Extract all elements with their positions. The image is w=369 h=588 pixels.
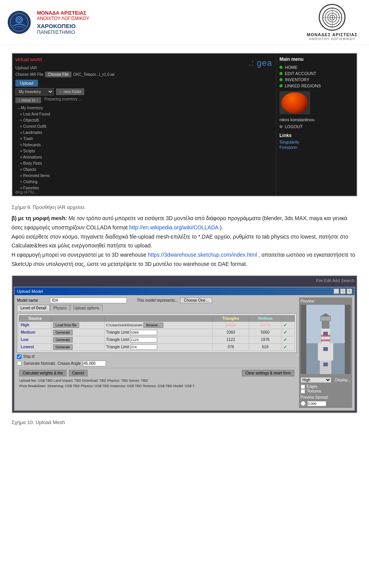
triangle-limit-med-input[interactable] [130,330,157,335]
tree-item: + Trash [15,136,273,142]
choose-file-button[interactable]: Choose File [45,72,71,77]
menu-item-edit-account[interactable]: EDIT ACCOUNT [279,71,354,76]
move-to-button[interactable]: ↓ move to ↑ [15,97,41,103]
harokopio-logo [8,11,31,34]
body-section: β) με τη μορφή mesh: Με τον τρόπο αυτό μ… [12,214,357,269]
tree-item: + ObjectsB [15,117,273,124]
org-name-mid: ΑΝΟΙΧΤΟΥ ΛΟΓΙΣΜΙΚΟΥ [37,16,89,21]
close-button[interactable]: × [347,289,352,294]
vw-left-panel: virtual world .: gea Upload IAR Choose I… [12,53,276,196]
generate-low-button[interactable]: Generate [53,337,73,342]
col-triangles: Triangles [213,315,249,321]
tab-lod[interactable]: Level of Detail [17,305,50,311]
triangle-limit-lowest-input[interactable] [130,344,157,350]
vw-title: virtual world [15,57,273,62]
window-controls: _ □ × [334,289,352,294]
bottom-bar: Calculate weights & fee Cancel Clear set… [17,368,297,378]
preview-panel: Preview: [299,297,352,408]
check-med: ✓ [281,329,294,336]
menu-item-linked-regions[interactable]: LINKED REGIONS [279,84,354,88]
crease-angle-label: Crease Angle [58,361,81,366]
triangles-lowest: 378 [213,343,249,351]
tree-item: » Received Items [15,173,273,179]
menu-item-home[interactable]: HOME [279,65,354,70]
vertices-low: 1976 [249,336,282,343]
file-row: Choose IAR File Choose File OKC_Telepor.… [15,72,273,77]
svg-rect-15 [322,320,329,329]
model-name-input[interactable] [50,297,127,303]
clear-settings-button[interactable]: Clear settings & reset form [242,370,294,376]
menu-label-inventory: INVENTORY [285,77,309,82]
warehouse-link[interactable]: https://3dwarehouse.sketchup.com/index.h… [148,252,257,258]
tree-item: » Notecards [15,142,273,148]
links-title: Links [279,133,354,138]
monad-title: ΜΟΝΑΔΕΣ ΑΡΙΣΤΕΙΑΣ [307,32,357,37]
load-from-file-button[interactable]: Load from file [53,322,80,328]
vertices-med: 5060 [249,329,282,336]
maximize-button[interactable]: □ [340,289,346,294]
upload-iar-row: Upload IAR [15,65,273,70]
col-file [105,315,213,321]
header-left: ΜΟΝΑΔΑ ΑΡΙΣΤΕΙΑΣ ΑΝΟΙΧΤΟΥ ΛΟΓΙΣΜΙΚΟΥ ΧΑΡ… [8,10,89,35]
display-group: High Display... Edges Textures Preview S… [301,376,351,406]
menu-dot-inventory [279,78,283,81]
textures-row: Textures [301,389,351,394]
window-title: Upload Model [17,289,43,294]
generate-medium-button[interactable]: Generate [53,330,73,335]
caption2: Σχήμα 10. Upload Mesh [12,419,357,425]
choose-one-button[interactable]: Choose One... [180,297,212,303]
tree-item: » Scripts [15,148,273,154]
shipit-checkbox[interactable] [17,354,22,359]
upload-button[interactable]: Upload [15,80,38,87]
gen-normals-checkbox[interactable] [17,361,22,366]
edges-checkbox[interactable] [301,384,305,389]
gea-label: .: gea [249,58,272,68]
calculate-fees-button[interactable]: Calculate weights & fee [19,370,66,376]
triangle-limit-low-input[interactable] [130,337,157,342]
menu-item-inventory[interactable]: INVENTORY [279,77,354,82]
collada-link[interactable]: http://en.wikipedia.org/wiki/COLLADA [129,224,218,231]
menu-label-linked-regions: LINKED REGIONS [285,84,321,88]
org-name-bot2: ΠΑΝΕΠΙΣΤΗΜΙΟ [37,29,89,35]
tree-item: » Objects [15,167,273,173]
menu-dot-linked-regions [279,84,283,87]
tree-item: » Landmarks [15,130,273,136]
price-row: Price Breakdown: Streaming: OS$ TBD Phys… [17,383,297,389]
spread-radio[interactable] [301,401,306,406]
svg-point-0 [10,13,28,32]
fee-row: Upload fee: OS$ TBD Land impact: TBD Dow… [17,378,297,383]
crease-angle-input[interactable] [83,361,106,366]
caption1: Σχήμα 9. Προσθήκη IAR αρχείου. [12,204,357,210]
link-firestorm[interactable]: Firestorm [279,145,354,150]
logout-label: LOGOUT [285,124,303,129]
browse-button[interactable]: Browse... [143,322,163,328]
tab-upload-options[interactable]: Upload options [70,305,103,311]
new-folder-button[interactable]: ← new folder [56,89,84,95]
generate-lowest-button[interactable]: Generate [53,344,73,350]
lod-table-container: Source Triangles Vertices High [17,313,297,353]
shipit-label: Ship it! [23,354,35,359]
textures-checkbox[interactable] [301,389,305,394]
triangles-low: 1122 [213,336,249,343]
quality-select[interactable]: High [301,377,331,383]
link-singularity[interactable]: Singularity [279,140,354,144]
fee-text: Upload fee: OS$ TBD Land impact: TBD Dow… [19,379,148,383]
header-right: ΜΟΝΑΔΕΣ ΑΡΙΣΤΕΙΑΣ ΑΝΟΙΧΤΟΥ ΛΟΓΙΣΜΙΚΟΥ [307,4,357,41]
logout-item[interactable]: LOGOUT [279,124,354,129]
monad-logo-block: ΜΟΝΑΔΕΣ ΑΡΙΣΤΕΙΑΣ ΑΝΟΙΧΤΟΥ ΛΟΓΙΣΜΙΚΟΥ [307,4,357,41]
cancel-button[interactable]: Cancel [69,370,88,376]
spread-input-row [301,401,351,406]
tab-physics[interactable]: Physics [50,305,70,311]
tree-item: » Favorites [15,185,273,191]
org-name-bot1: ΧΑΡΟΚΟΠΕΙΟ [37,23,89,29]
header: ΜΟΝΑΔΑ ΑΡΙΣΤΕΙΑΣ ΑΝΟΙΧΤΟΥ ΛΟΓΙΣΜΙΚΟΥ ΧΑΡ… [0,0,369,45]
inventory-select[interactable]: My Inventory [15,88,54,95]
body-text-2: Αφού εισέρθετε στον κόσμο, πηγαίνετε δια… [12,234,202,240]
minimize-button[interactable]: _ [334,289,339,294]
inventory-tree: – My Inventory » Lost And Found + Object… [15,105,273,191]
spread-value-input[interactable] [307,401,326,406]
s2-topbar-labels: File Edit Add Search [316,278,354,283]
menu-label-home: HOME [285,65,298,70]
upload-model-titlebar: Upload Model _ □ × [15,287,354,295]
tree-item: » Lost And Found [15,111,273,117]
